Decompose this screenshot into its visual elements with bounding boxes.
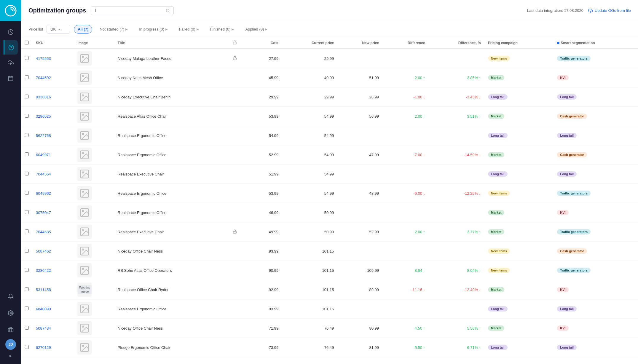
row-checkbox[interactable] — [25, 191, 29, 195]
pricing-campaign-badge[interactable]: Long tail — [488, 171, 508, 177]
smart-segmentation-badge[interactable]: Traffic generators — [557, 268, 591, 273]
sidebar-item-analytics[interactable] — [4, 25, 18, 39]
svg-point-33 — [82, 210, 84, 212]
row-checkbox[interactable] — [25, 75, 29, 79]
sku-link[interactable]: 6049971 — [36, 153, 51, 157]
search-input[interactable] — [95, 8, 163, 13]
sku-cell: 9338816 — [32, 87, 74, 107]
row-checkbox[interactable] — [25, 95, 29, 98]
pricing-campaign-badge[interactable]: New items — [488, 248, 510, 254]
avatar[interactable]: JD — [5, 339, 16, 350]
pricing-campaign-badge[interactable]: Long tail — [488, 94, 508, 100]
smart-segmentation-badge[interactable]: Long tail — [557, 171, 577, 177]
pricing-campaign-badge[interactable]: Market — [488, 114, 504, 119]
smart-segmentation-badge[interactable]: Long tail — [557, 345, 577, 350]
sku-link[interactable]: 3286025 — [36, 114, 51, 119]
pricing-campaign-badge[interactable]: Long tail — [488, 345, 508, 350]
row-checkbox[interactable] — [25, 210, 29, 214]
filter-pill-finished[interactable]: Finished (0) ▶ — [206, 25, 238, 33]
smart-segmentation-badge[interactable]: KVI — [557, 287, 568, 292]
filter-pill-failed[interactable]: Failed (0) ▶ — [175, 25, 203, 33]
smart-segmentation-badge[interactable]: Cash generator — [557, 114, 587, 119]
smart-segmentation-badge[interactable]: Long tail — [557, 133, 577, 138]
row-checkbox[interactable] — [25, 268, 29, 272]
sku-link[interactable]: 4175553 — [36, 56, 51, 61]
pricing-campaign-badge[interactable]: New items — [488, 56, 510, 61]
row-checkbox[interactable] — [25, 229, 29, 233]
smart-segmentation-badge[interactable]: Cash generator — [557, 152, 587, 157]
current-price-cell: 101.15 — [282, 261, 337, 280]
title-cell: RS Soho Atlas Office Operators — [114, 261, 229, 280]
sku-link[interactable]: 6270129 — [36, 345, 51, 350]
sku-link[interactable]: 7044564 — [36, 172, 51, 176]
price-list-select[interactable]: UK — [47, 25, 70, 33]
sku-link[interactable]: 3286422 — [36, 268, 51, 273]
smart-segmentation-badge[interactable]: Long tail — [557, 94, 577, 100]
arrow-up-icon: ↑ — [479, 76, 481, 80]
sku-cell: 6840090 — [32, 299, 74, 319]
smart-segmentation-badge[interactable]: Cash generator — [557, 248, 587, 254]
smart-segmentation-badge[interactable]: Traffic generators — [557, 191, 591, 196]
search-box[interactable] — [91, 6, 174, 15]
update-ogs-button[interactable]: Update OGs from file — [588, 8, 631, 13]
sku-link[interactable]: 7044592 — [36, 76, 51, 80]
sidebar-collapse-toggle[interactable]: ► — [7, 352, 14, 359]
pricing-campaign-badge[interactable]: Market — [488, 75, 504, 80]
pricing-campaign-badge[interactable]: Long tail — [488, 306, 508, 312]
title-cell: Niceday Office Chair Ness — [114, 319, 229, 338]
row-checkbox[interactable] — [25, 152, 29, 156]
sku-link[interactable]: 9338816 — [36, 95, 51, 99]
image-cell — [74, 242, 114, 261]
price-list-value: UK — [50, 27, 56, 31]
row-checkbox[interactable] — [25, 56, 29, 60]
row-checkbox[interactable] — [25, 287, 29, 291]
sku-link[interactable]: 6049962 — [36, 191, 51, 196]
pricing-campaign-badge[interactable]: Market — [488, 287, 504, 292]
pricing-campaign-badge[interactable]: New items — [488, 268, 510, 273]
select-all-checkbox[interactable] — [25, 41, 29, 44]
sidebar-item-briefcase[interactable] — [4, 323, 18, 337]
pricing-campaign-badge[interactable]: Market — [488, 325, 504, 331]
sidebar-item-bell[interactable] — [4, 289, 18, 304]
logo[interactable] — [0, 0, 21, 21]
sku-link[interactable]: 5087462 — [36, 249, 51, 253]
pricing-campaign-badge[interactable]: New items — [488, 191, 510, 196]
smart-segmentation-badge[interactable]: Long tail — [557, 306, 577, 312]
filter-pill-all[interactable]: All (7) — [74, 25, 92, 33]
sidebar-item-pricing[interactable] — [4, 40, 18, 55]
smart-segmentation-badge[interactable]: KVI — [557, 210, 568, 215]
row-checkbox[interactable] — [25, 114, 29, 118]
smart-segmentation-badge[interactable]: Traffic generators — [557, 229, 591, 234]
smart-segmentation-badge[interactable]: Traffic generators — [557, 56, 591, 61]
product-image — [77, 205, 92, 220]
svg-point-35 — [82, 230, 84, 231]
sku-link[interactable]: 5311458 — [36, 288, 51, 292]
smart-segmentation-badge[interactable]: KVI — [557, 325, 568, 331]
row-checkbox[interactable] — [25, 306, 29, 310]
sku-link[interactable]: 6840090 — [36, 307, 51, 311]
sidebar-item-settings[interactable] — [4, 306, 18, 320]
pricing-campaign-badge[interactable]: Market — [488, 229, 504, 234]
row-checkbox[interactable] — [25, 133, 29, 137]
row-checkbox[interactable] — [25, 345, 29, 349]
sidebar-item-upload[interactable] — [4, 56, 18, 70]
filter-pill-not-started[interactable]: Not started (7) ▶ — [96, 25, 132, 33]
image-cell — [74, 87, 114, 107]
filter-pill-in-progress[interactable]: In progress (0) ▶ — [135, 25, 172, 33]
sidebar-item-calendar[interactable] — [4, 71, 18, 85]
pricing-campaign-cell: Long tail — [484, 338, 554, 357]
row-checkbox-cell — [21, 184, 32, 203]
pricing-campaign-badge[interactable]: Market — [488, 210, 504, 215]
sku-link[interactable]: 5622768 — [36, 133, 51, 138]
sku-link[interactable]: 3075047 — [36, 210, 51, 215]
row-checkbox[interactable] — [25, 249, 29, 253]
row-checkbox[interactable] — [25, 172, 29, 175]
filter-pill-applied[interactable]: Applied (0) ▶ — [241, 25, 271, 33]
pricing-campaign-badge[interactable]: Market — [488, 152, 504, 157]
smart-segmentation-badge[interactable]: KVI — [557, 75, 568, 80]
difference-pct-value: 3.85% ↑ — [432, 76, 481, 80]
row-checkbox[interactable] — [25, 326, 29, 330]
sku-link[interactable]: 7044585 — [36, 230, 51, 234]
sku-link[interactable]: 5087434 — [36, 326, 51, 331]
pricing-campaign-badge[interactable]: Long tail — [488, 133, 508, 138]
